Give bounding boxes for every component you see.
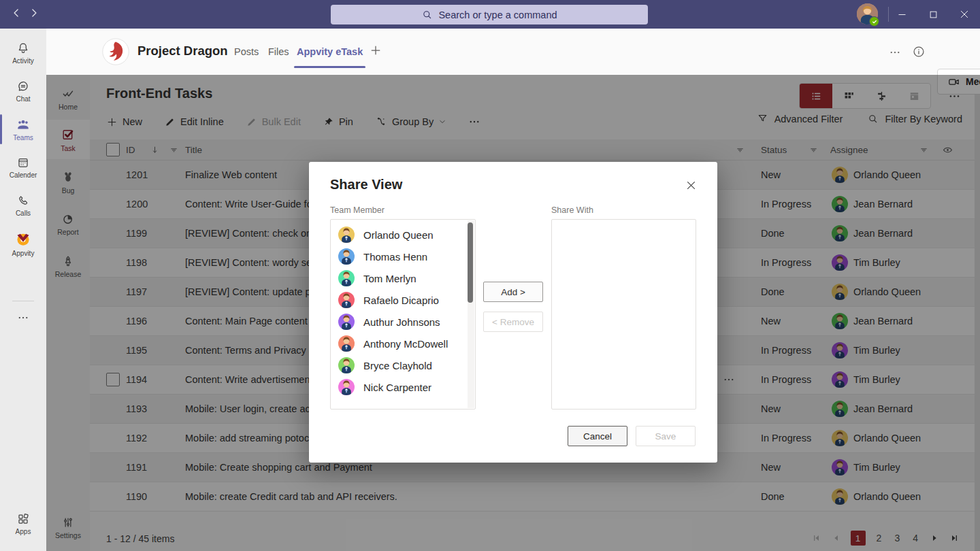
rail-divider <box>12 301 34 301</box>
team-name: Project Dragon <box>137 44 228 59</box>
team-header: Project Dragon Posts Files Appvity eTask… <box>46 29 980 75</box>
channel-info-button[interactable] <box>912 45 926 59</box>
sidebar-item-appvity[interactable]: Appvity <box>0 224 46 263</box>
share-view-dialog: Share View Team Member Share With Orland… <box>309 162 717 463</box>
team-logo <box>102 38 129 65</box>
member-avatar <box>338 270 355 286</box>
teams-icon <box>16 117 31 132</box>
list-scrollbar-thumb[interactable] <box>468 222 473 303</box>
member-item[interactable]: Anthony McDowell <box>331 333 475 354</box>
member-item[interactable]: Thomas Henn <box>331 246 475 267</box>
member-avatar <box>338 248 355 265</box>
sidebar-item-calendar[interactable]: Calender <box>0 148 46 186</box>
back-icon[interactable] <box>10 6 26 22</box>
close-window-button[interactable] <box>949 0 980 29</box>
member-avatar <box>338 357 355 373</box>
bell-icon <box>16 41 30 55</box>
member-item[interactable]: Nick Carpenter <box>331 376 475 398</box>
sidebar-item-calls[interactable]: Calls <box>0 186 46 224</box>
dialog-title: Share View <box>330 177 402 193</box>
cancel-button[interactable]: Cancel <box>568 426 627 446</box>
ellipsis-icon <box>889 46 901 59</box>
member-item[interactable]: Rafaelo Dicaprio <box>331 289 475 311</box>
list-scrollbar-track[interactable] <box>468 220 474 408</box>
ellipsis-icon <box>17 312 29 324</box>
tab-files[interactable]: Files <box>268 46 289 57</box>
tab-appvity-etask[interactable]: Appvity eTask <box>297 46 363 57</box>
sidebar-item-apps[interactable]: Apps <box>0 505 46 543</box>
add-tab-button[interactable] <box>369 44 382 57</box>
plus-icon <box>369 44 382 57</box>
apps-icon <box>16 512 30 526</box>
member-item[interactable]: Orlando Queen <box>331 224 475 246</box>
member-avatar <box>338 292 355 308</box>
sidebar-item-teams[interactable]: Teams <box>0 110 46 148</box>
app-rail: Activity Chat Teams Calender Calls Appvi… <box>0 29 46 551</box>
remove-button[interactable]: < Remove <box>483 312 543 332</box>
member-avatar <box>338 379 355 395</box>
info-icon <box>912 45 926 59</box>
close-dialog-button[interactable] <box>683 177 699 193</box>
search-placeholder: Search or type a command <box>438 10 557 20</box>
chat-icon <box>16 80 30 93</box>
member-item[interactable]: Tom Merlyn <box>331 267 475 289</box>
member-avatar <box>338 314 355 330</box>
phone-icon <box>16 194 30 207</box>
team-member-label: Team Member <box>330 205 385 215</box>
presence-available-icon <box>869 16 879 27</box>
channel-more-button[interactable] <box>889 46 901 59</box>
add-button[interactable]: Add > <box>483 282 543 302</box>
share-with-list <box>551 219 696 410</box>
member-avatar <box>338 335 355 352</box>
member-item[interactable]: Bryce Clayhold <box>331 354 475 376</box>
member-item[interactable]: Authur Johnsons <box>331 311 475 333</box>
search-icon <box>421 9 433 20</box>
forward-icon[interactable] <box>27 6 44 22</box>
save-button[interactable]: Save <box>636 426 696 446</box>
more-apps-button[interactable] <box>0 307 46 328</box>
titlebar: Search or type a command <box>0 0 980 29</box>
search-input[interactable]: Search or type a command <box>331 5 648 24</box>
member-avatar <box>338 227 355 243</box>
team-member-list: Orlando Queen Thomas Henn Tom Merlyn Raf… <box>330 219 476 410</box>
calendar-icon <box>16 156 30 169</box>
tab-posts[interactable]: Posts <box>234 46 259 57</box>
sidebar-item-activity[interactable]: Activity <box>0 34 46 72</box>
appvity-logo-icon <box>14 230 32 248</box>
maximize-button[interactable] <box>917 0 949 29</box>
share-with-label: Share With <box>551 205 593 215</box>
sidebar-item-chat[interactable]: Chat <box>0 72 46 110</box>
minimize-button[interactable] <box>886 0 917 29</box>
